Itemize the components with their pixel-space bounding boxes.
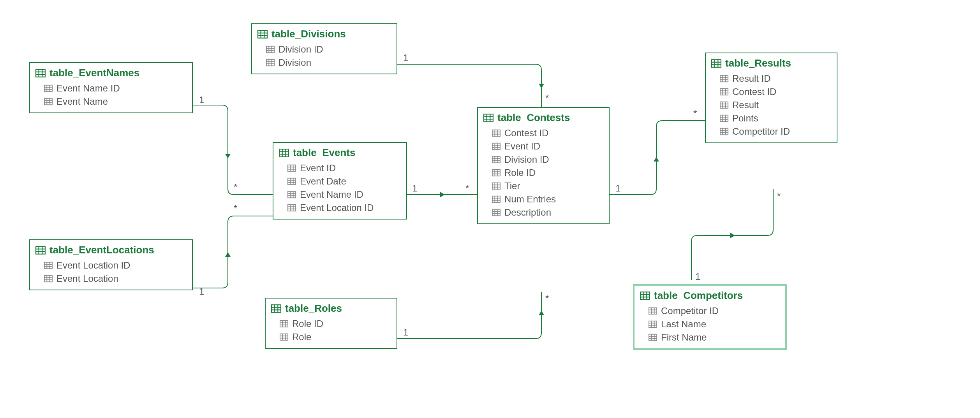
entity-title: table_Contests [497,112,570,124]
table-icon [287,177,296,185]
field-row[interactable]: Event Name [44,96,187,107]
field-row[interactable]: Description [492,207,603,218]
field-row[interactable]: Points [720,113,831,124]
entity-competitors[interactable]: table_Competitors Competitor ID Last Nam… [633,284,787,350]
table-icon [44,275,53,283]
table-icon [287,191,296,198]
cardinality-many: * [693,108,697,119]
svg-marker-4 [539,311,544,315]
field-row[interactable]: First Name [649,332,780,343]
field-row[interactable]: Competitor ID [720,126,831,137]
svg-rect-142 [720,89,728,95]
cardinality-many: * [777,191,781,202]
field-row[interactable]: Role [280,332,391,342]
cardinality-many: * [234,203,237,214]
field-row[interactable]: Contest ID [720,86,831,97]
entity-fields: Competitor ID Last Name First Name [635,304,785,348]
field-row[interactable]: Event Location ID [287,202,401,213]
table-icon [720,101,728,109]
entity-fields: Contest ID Event ID Division ID Role ID … [478,126,609,223]
field-row[interactable]: Last Name [649,319,780,330]
field-label: First Name [661,332,707,343]
field-row[interactable]: Event Name ID [44,83,187,94]
field-row[interactable]: Result ID [720,73,831,84]
table-icon [649,334,657,341]
entity-title: table_Events [293,147,355,159]
field-label: Last Name [661,319,706,330]
entity-contests[interactable]: table_Contests Contest ID Event ID Divis… [477,107,610,224]
field-row[interactable]: Role ID [280,318,391,329]
field-label: Division [278,57,311,68]
entity-title: table_Results [725,57,791,69]
field-label: Description [504,207,551,218]
svg-rect-167 [649,308,657,314]
field-row[interactable]: Event Location [44,273,187,284]
field-row[interactable]: Tier [492,181,603,191]
field-row[interactable]: Num Entries [492,194,603,205]
entity-event-names[interactable]: table_EventNames Event Name ID Event Nam… [29,62,193,113]
svg-rect-162 [640,292,650,300]
svg-rect-52 [279,149,289,157]
entity-title: table_EventNames [49,67,139,79]
entity-event-locations[interactable]: table_EventLocations Event Location ID E… [29,239,193,290]
table-icon [720,75,728,83]
svg-rect-77 [271,305,281,313]
entity-events[interactable]: table_Events Event ID Event Date Event N… [273,142,407,220]
field-row[interactable]: Contest ID [492,128,603,139]
cardinality-one: 1 [695,271,700,282]
cardinality-one: 1 [412,183,417,194]
field-label: Division ID [504,154,549,165]
cardinality-one: 1 [199,95,204,105]
svg-rect-47 [266,60,274,66]
table-icon [492,195,501,203]
field-label: Competitor ID [661,306,719,316]
entity-results[interactable]: table_Results Result ID Contest ID Resul… [705,53,837,143]
svg-rect-12 [44,85,52,92]
field-row[interactable]: Event Date [287,176,401,187]
field-label: Contest ID [504,128,548,139]
field-row[interactable]: Event ID [287,163,401,174]
field-row[interactable]: Result [720,100,831,111]
field-label: Event Name ID [56,83,120,94]
field-label: Result ID [732,73,771,84]
field-row[interactable]: Division ID [266,44,391,55]
table-icon [720,88,728,96]
field-row[interactable]: Division ID [492,154,603,165]
field-label: Event ID [300,163,336,174]
svg-rect-37 [258,30,267,38]
svg-rect-122 [492,196,500,203]
field-row[interactable]: Event Location ID [44,260,187,271]
svg-rect-152 [720,115,728,122]
field-label: Competitor ID [732,126,790,137]
entity-fields: Division ID Division [252,42,397,74]
svg-rect-67 [288,191,296,198]
table-icon [287,204,296,212]
table-icon [483,114,494,122]
svg-rect-102 [492,143,500,150]
table-icon [44,84,53,92]
field-row[interactable]: Competitor ID [649,306,780,316]
field-label: Division ID [278,44,323,55]
field-label: Points [732,113,758,124]
cardinality-many: * [465,183,469,194]
table-icon [280,320,288,328]
svg-marker-6 [730,233,735,238]
field-row[interactable]: Division [266,57,391,68]
cardinality-one: 1 [615,183,620,194]
table-icon [492,129,501,137]
table-icon [640,292,650,300]
field-row[interactable]: Role ID [492,167,603,178]
entity-divisions[interactable]: table_Divisions Division ID Division [251,23,397,74]
field-row[interactable]: Event Name ID [287,189,401,200]
svg-rect-27 [44,262,52,269]
field-row[interactable]: Event ID [492,141,603,152]
field-label: Contest ID [732,86,776,97]
svg-rect-7 [36,69,45,77]
table-icon [280,333,288,341]
entity-title: table_Divisions [271,28,346,40]
field-label: Result [732,100,759,111]
svg-marker-1 [225,252,231,257]
cardinality-many: * [545,293,549,304]
entity-roles[interactable]: table_Roles Role ID Role [265,298,397,349]
field-label: Num Entries [504,194,556,205]
